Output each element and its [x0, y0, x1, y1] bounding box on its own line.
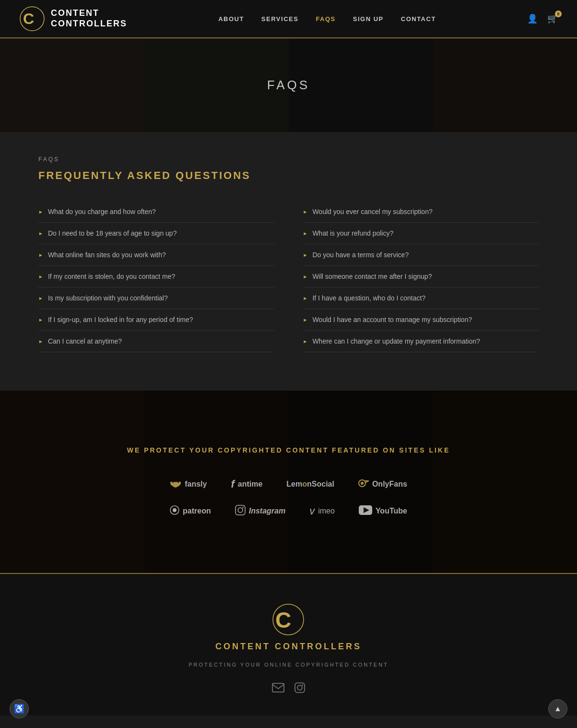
faq-item[interactable]: ► If I sign-up, am I locked in for any p… [38, 309, 274, 331]
fansly-logo: fansly [170, 479, 207, 489]
faq-arrow-icon: ► [303, 339, 308, 344]
faq-question: If I sign-up, am I locked in for any per… [48, 316, 193, 323]
protect-title: WE PROTECT YOUR COPYRIGHTED CONTENT FEAT… [127, 446, 450, 454]
fansly-icon [170, 479, 181, 489]
onlyfans-logo: OnlyFans [358, 478, 407, 489]
site-header: C CONTENT CONTROLLERS ABOUT SERVICES FAQ… [0, 0, 577, 38]
faq-arrow-icon: ► [38, 231, 43, 236]
faq-item[interactable]: ► Do I need to be 18 years of age to sig… [38, 223, 274, 244]
svg-point-5 [173, 508, 177, 512]
patreon-label: patreon [183, 507, 211, 515]
faq-question: What online fan sites do you work with? [48, 251, 166, 259]
logo[interactable]: C CONTENT CONTROLLERS [19, 6, 127, 32]
footer-subtitle: PROTECTING YOUR ONLINE COPYRIGHTED CONTE… [188, 662, 389, 668]
main-nav: ABOUT SERVICES FAQS SIGN UP CONTACT [218, 15, 436, 23]
faq-item[interactable]: ► Do you have a terms of service? [303, 244, 539, 266]
faq-item[interactable]: ► Where can I change or update my paymen… [303, 331, 539, 352]
fantime-logo: f antime [231, 478, 262, 490]
fansly-label: fansly [185, 480, 207, 489]
logo-icon: C [19, 6, 45, 32]
instagram-label: Instagram [249, 507, 285, 515]
footer-logo-icon: C [271, 603, 305, 636]
faq-arrow-icon: ► [38, 317, 43, 322]
faq-question: What is your refund policy? [312, 229, 393, 237]
nav-about[interactable]: ABOUT [218, 15, 244, 23]
faq-grid: ► What do you charge and how often? ► Do… [38, 201, 539, 352]
svg-point-3 [361, 482, 364, 485]
accessibility-button[interactable]: ♿ [10, 699, 29, 716]
footer-email-icon[interactable] [272, 683, 284, 695]
nav-contact[interactable]: CONTACT [401, 15, 436, 23]
faq-item[interactable]: ► What online fan sites do you work with… [38, 244, 274, 266]
logos-row-2: patreon Instagram v imeo [170, 505, 407, 518]
faq-arrow-icon: ► [303, 252, 308, 258]
youtube-icon [359, 505, 372, 517]
svg-point-16 [302, 685, 303, 686]
faq-item[interactable]: ► Can I cancel at anytime? [38, 331, 274, 352]
svg-point-15 [297, 685, 302, 690]
faq-arrow-icon: ► [303, 317, 308, 322]
protect-section: WE PROTECT YOUR COPYRIGHTED CONTENT FEAT… [0, 391, 577, 573]
site-footer: C CONTENT CONTROLLERS PROTECTING YOUR ON… [0, 573, 577, 716]
section-heading: FREQUENTLY ASKED QUESTIONS [38, 169, 539, 182]
footer-instagram-icon[interactable] [294, 682, 306, 696]
faq-question: Is my subscription with you confidential… [48, 294, 168, 302]
onlyfans-label: OnlyFans [372, 480, 407, 489]
faq-question: What do you charge and how often? [48, 208, 156, 215]
instagram-icon [235, 505, 246, 518]
faq-item[interactable]: ► Is my subscription with you confidenti… [38, 287, 274, 309]
fantime-icon: f [231, 478, 234, 490]
svg-point-8 [242, 507, 243, 508]
section-label: FAQS [38, 156, 539, 163]
faq-question: Where can I change or update my payment … [312, 337, 480, 345]
faq-arrow-icon: ► [38, 339, 43, 344]
faq-item[interactable]: ► Will someone contact me after I signup… [303, 266, 539, 287]
faq-item[interactable]: ► What do you charge and how often? [38, 201, 274, 223]
svg-point-7 [238, 508, 243, 513]
footer-logo: C CONTENT CONTROLLERS [215, 603, 362, 652]
faq-question: Would I have an account to manage my sub… [312, 316, 472, 323]
youtube-logo: YouTube [359, 505, 407, 517]
faq-arrow-icon: ► [38, 296, 43, 301]
cart-badge: 0 [555, 11, 562, 17]
faq-arrow-icon: ► [303, 231, 308, 236]
faq-item[interactable]: ► Would you ever cancel my subscription? [303, 201, 539, 223]
faq-item[interactable]: ► If my content is stolen, do you contac… [38, 266, 274, 287]
nav-faqs[interactable]: FAQS [316, 15, 335, 23]
cart-icon[interactable]: 🛒 0 [547, 13, 558, 24]
onlyfans-icon [358, 478, 369, 489]
scroll-top-icon: ▲ [554, 704, 562, 713]
faq-arrow-icon: ► [303, 274, 308, 279]
nav-signup[interactable]: SIGN UP [353, 15, 384, 23]
vimeo-logo: v imeo [309, 505, 335, 517]
faq-question: If I have a question, who do I contact? [312, 294, 425, 302]
accessibility-icon: ♿ [14, 704, 24, 714]
user-icon[interactable]: 👤 [527, 13, 538, 24]
faq-question: Do you have a terms of service? [312, 251, 409, 259]
logos-row-1: fansly f antime LemonSocial [170, 478, 407, 490]
youtube-label: YouTube [376, 507, 407, 515]
svg-text:C: C [275, 608, 291, 633]
fantime-label: antime [238, 480, 263, 489]
faq-question: Do I need to be 18 years of age to sign … [48, 229, 177, 237]
nav-services[interactable]: SERVICES [261, 15, 299, 23]
faq-arrow-icon: ► [303, 209, 308, 215]
lemonsocial-logo: LemonSocial [286, 480, 334, 489]
faq-arrow-icon: ► [38, 252, 43, 258]
footer-icons [272, 682, 306, 696]
faq-item[interactable]: ► Would I have an account to manage my s… [303, 309, 539, 331]
scroll-top-button[interactable]: ▲ [548, 699, 567, 716]
faq-arrow-icon: ► [38, 209, 43, 215]
faq-left-col: ► What do you charge and how often? ► Do… [38, 201, 274, 352]
faq-question: If my content is stolen, do you contact … [48, 273, 175, 280]
faq-question: Would you ever cancel my subscription? [312, 208, 432, 215]
faq-arrow-icon: ► [303, 296, 308, 301]
patreon-logo: patreon [170, 505, 211, 517]
faq-item[interactable]: ► If I have a question, who do I contact… [303, 287, 539, 309]
faq-question: Can I cancel at anytime? [48, 337, 122, 345]
logos-grid: fansly f antime LemonSocial [121, 478, 457, 518]
nav-icons: 👤 🛒 0 [527, 13, 558, 24]
faq-item[interactable]: ► What is your refund policy? [303, 223, 539, 244]
svg-rect-14 [295, 683, 305, 692]
faq-arrow-icon: ► [38, 274, 43, 279]
